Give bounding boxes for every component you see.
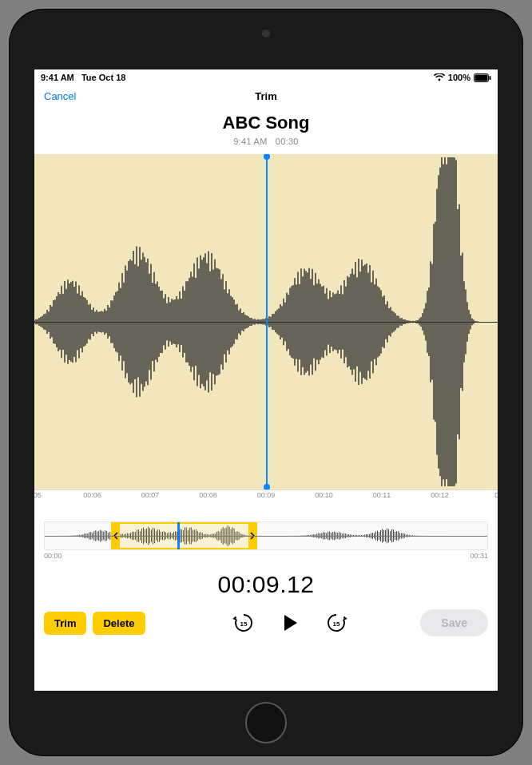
camera-dot — [262, 30, 270, 38]
play-button[interactable] — [276, 609, 304, 636]
ruler-tick: 00:10 — [315, 491, 333, 499]
ipad-frame: 9:41 AM Tue Oct 18 100% Cancel — [9, 9, 523, 756]
svg-rect-1 — [475, 74, 488, 81]
battery-pct: 100% — [448, 73, 470, 82]
overview-start: 00:00 — [44, 552, 62, 560]
status-bar: 9:41 AM Tue Oct 18 100% — [34, 69, 498, 84]
seek-back-button[interactable]: 15 — [232, 611, 256, 635]
time-ruler: 0:0500:0600:0700:0800:0900:1000:1100:120… — [34, 490, 498, 507]
ruler-tick: 0: — [494, 491, 498, 499]
home-button[interactable] — [245, 702, 287, 743]
waveform-large[interactable] — [34, 154, 498, 490]
recording-time: 9:41 AM — [233, 137, 267, 146]
svg-text:15: 15 — [332, 620, 339, 628]
overview-end: 00:31 — [470, 552, 488, 560]
ruler-tick: 00:11 — [373, 491, 391, 499]
nav-bar: Cancel Trim — [34, 84, 498, 108]
battery-icon — [474, 73, 491, 82]
ruler-tick: 0:05 — [34, 491, 42, 499]
nav-title: Trim — [255, 90, 276, 102]
ruler-tick: 00:06 — [83, 491, 101, 499]
seek-forward-icon: 15 — [325, 612, 347, 634]
svg-text:15: 15 — [240, 620, 247, 628]
delete-button[interactable]: Delete — [93, 612, 145, 635]
control-bar: Trim Delete 15 — [34, 606, 498, 640]
current-timecode: 00:09.12 — [34, 560, 498, 606]
overview-ruler: 00:00 00:31 — [34, 550, 498, 560]
playhead-overview[interactable] — [177, 522, 180, 549]
screen: 9:41 AM Tue Oct 18 100% Cancel — [34, 69, 498, 691]
svg-rect-2 — [490, 76, 491, 80]
save-button[interactable]: Save — [420, 609, 488, 636]
ruler-tick: 00:08 — [199, 491, 217, 499]
seek-forward-button[interactable]: 15 — [324, 611, 348, 635]
ruler-tick: 00:09 — [257, 491, 276, 499]
play-icon — [280, 612, 300, 633]
status-date: Tue Oct 18 — [81, 73, 125, 82]
ruler-tick: 00:12 — [431, 491, 449, 499]
wifi-icon — [434, 73, 445, 81]
waveform-overview[interactable] — [44, 521, 488, 550]
seek-back-icon: 15 — [232, 612, 255, 634]
playhead[interactable] — [266, 154, 268, 490]
recording-duration: 00:30 — [276, 137, 299, 146]
ruler-tick: 00:07 — [141, 491, 160, 499]
recording-title: ABC Song — [34, 113, 498, 133]
recording-header: ABC Song 9:41 AM 00:30 — [34, 108, 498, 154]
cancel-button[interactable]: Cancel — [44, 90, 76, 102]
trim-button[interactable]: Trim — [44, 612, 86, 635]
status-time: 9:41 AM — [41, 73, 74, 82]
